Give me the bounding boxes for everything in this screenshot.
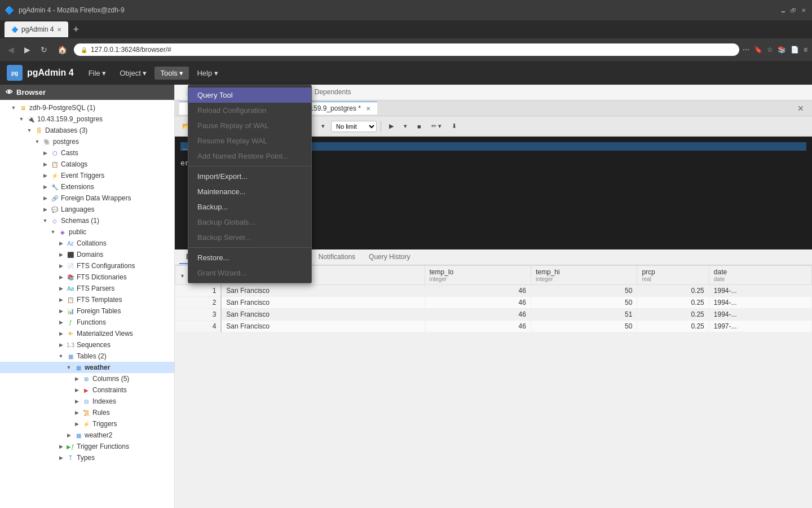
tree-item-indexes[interactable]: ▶ ⊟ Indexes <box>0 396 174 407</box>
expand-icon[interactable]: ▶ <box>58 251 64 258</box>
expand-icon[interactable]: ▶ <box>58 285 64 292</box>
tree-item-collations[interactable]: ▶ Az Collations <box>0 238 174 249</box>
limit-select[interactable]: No limit 1000 rows 500 rows 100 rows <box>331 121 377 132</box>
menu-file[interactable]: File ▾ <box>83 67 112 80</box>
tree-item-fdw[interactable]: ▶ 🔗 Foreign Data Wrappers <box>0 192 174 204</box>
menu-item-maintenance[interactable]: Maintenance... <box>188 184 311 199</box>
star-icon[interactable]: ☆ <box>767 46 773 54</box>
menu-help[interactable]: Help ▾ <box>191 67 223 80</box>
sidebar-toggle[interactable]: 📚 <box>778 46 786 54</box>
home-button[interactable]: 🏠 <box>54 44 70 55</box>
expand-icon[interactable]: ▶ <box>42 161 48 168</box>
tree-item-sequences[interactable]: ▶ 1.3 Sequences <box>0 339 174 351</box>
new-tab-button[interactable]: + <box>68 24 83 36</box>
tree-item-eventtriggers[interactable]: ▶ ⚡ Event Triggers <box>0 170 174 181</box>
col-header-prcp[interactable]: prcpreal <box>637 266 709 285</box>
expand-icon[interactable]: ▶ <box>73 375 80 382</box>
filter-options-button[interactable]: ▾ <box>317 120 329 132</box>
menu-button[interactable]: ≡ <box>804 46 807 54</box>
expand-icon[interactable]: ▶ <box>58 296 64 303</box>
tree-item-weather[interactable]: ▼ ▦ weather <box>0 362 174 373</box>
tree-item-fts-dict[interactable]: ▶ 📚 FTS Dictionaries <box>0 271 174 283</box>
tree-item-extensions[interactable]: ▶ 🔧 Extensions <box>0 181 174 192</box>
expand-icon[interactable]: ▶ <box>42 195 48 202</box>
expand-icon[interactable]: ▶ <box>42 183 48 190</box>
expand-icon[interactable]: ▼ <box>58 353 64 360</box>
menu-tools[interactable]: Tools ▾ <box>155 67 189 80</box>
forward-button[interactable]: ▶ <box>21 44 34 55</box>
expand-icon[interactable]: ▶ <box>58 443 64 450</box>
tree-item-host[interactable]: ▼ 🔌 10.43.159.9_postgres <box>0 113 174 125</box>
query-tab-close[interactable]: ✕ <box>366 106 370 112</box>
menu-item-backup[interactable]: Backup... <box>188 199 311 214</box>
tree-item-constraints[interactable]: ▶ ▶ Constraints <box>0 384 174 396</box>
tree-item-fts-config[interactable]: ▶ 📄 FTS Configurations <box>0 260 174 271</box>
results-tab-history[interactable]: Query History <box>362 251 417 264</box>
run-options-button[interactable]: ▾ <box>400 120 411 132</box>
results-tab-notifications[interactable]: Notifications <box>312 251 362 264</box>
tree-item-weather2[interactable]: ▶ ▦ weather2 <box>0 430 174 441</box>
expand-icon[interactable]: ▶ <box>58 274 64 281</box>
menu-item-query-tool[interactable]: Query Tool <box>188 87 311 103</box>
minimize-button[interactable]: 🗕 <box>779 6 787 14</box>
tree-item-fts-templates[interactable]: ▶ 📋 FTS Templates <box>0 294 174 305</box>
expand-icon[interactable]: ▶ <box>58 319 64 326</box>
tree-item-rules[interactable]: ▶ 📜 Rules <box>0 407 174 418</box>
run-button[interactable]: ▶ <box>385 120 398 132</box>
bookmark-icon[interactable]: 🔖 <box>754 46 762 54</box>
expand-icon[interactable]: ▶ <box>73 398 80 405</box>
expand-icon[interactable]: ▼ <box>42 217 48 224</box>
url-bar[interactable]: 🔒 127.0.0.1:36248/browser/# <box>74 43 739 56</box>
expand-icon[interactable]: ▶ <box>42 150 48 156</box>
tree-item-columns[interactable]: ▶ ⊞ Columns (5) <box>0 373 174 384</box>
expand-icon[interactable]: ▼ <box>34 138 41 145</box>
reader-view[interactable]: 📄 <box>791 46 799 54</box>
expand-icon[interactable]: ▶ <box>58 262 64 269</box>
expand-icon[interactable]: ▶ <box>65 432 72 439</box>
tree-item-fts-parsers[interactable]: ▶ Aa FTS Parsers <box>0 283 174 294</box>
expand-icon[interactable]: ▶ <box>58 454 64 461</box>
browser-tab[interactable]: 🔷 pgAdmin 4 ✕ <box>5 21 68 37</box>
tree-item-functions[interactable]: ▶ ƒ Functions <box>0 317 174 328</box>
tree-item-public[interactable]: ▼ ◈ public <box>0 226 174 238</box>
tree-item-server[interactable]: ▼ 🖥 zdh-9-PostgreSQL (1) <box>0 102 174 113</box>
menu-item-import-export[interactable]: Import/Export... <box>188 169 311 184</box>
menu-item-restore[interactable]: Restore... <box>188 250 311 265</box>
expand-icon[interactable]: ▶ <box>73 387 80 393</box>
col-header-temp-hi[interactable]: temp_hiinteger <box>531 266 637 285</box>
reload-button[interactable]: ↻ <box>37 44 51 55</box>
tree-item-databases[interactable]: ▼ 🗄 Databases (3) <box>0 125 174 136</box>
explain-button[interactable]: ✏ ▾ <box>427 120 445 132</box>
close-tab-button[interactable]: ✕ <box>57 27 61 33</box>
stop-button[interactable]: ■ <box>413 121 425 132</box>
expand-icon[interactable]: ▼ <box>18 116 25 122</box>
menu-object[interactable]: Object ▾ <box>114 67 152 80</box>
tree-item-postgres[interactable]: ▼ 🐘 postgres <box>0 136 174 147</box>
tree-item-tables[interactable]: ▼ ▦ Tables (2) <box>0 351 174 362</box>
expand-icon[interactable]: ▶ <box>58 330 64 337</box>
commit-button[interactable]: ⬇ <box>448 120 461 132</box>
expand-icon[interactable]: ▶ <box>73 421 80 427</box>
expand-icon[interactable]: ▶ <box>58 308 64 314</box>
expand-icon[interactable]: ▶ <box>58 341 64 348</box>
expand-icon[interactable]: ▶ <box>73 409 80 416</box>
tree-item-types[interactable]: ▶ T Types <box>0 452 174 463</box>
tree-item-trigger-fn[interactable]: ▶ ▶ƒ Trigger Functions <box>0 441 174 452</box>
tree-item-foreign-tables[interactable]: ▶ 📊 Foreign Tables <box>0 305 174 317</box>
extensions-icon[interactable]: ⋯ <box>743 46 749 54</box>
expand-icon[interactable]: ▼ <box>10 104 17 111</box>
tree-item-languages[interactable]: ▶ 💬 Languages <box>0 204 174 215</box>
tree-item-mat-views[interactable]: ▶ 👁 Materialized Views <box>0 328 174 339</box>
tree-item-casts[interactable]: ▶ ⬡ Casts <box>0 147 174 159</box>
expand-icon[interactable]: ▼ <box>26 127 33 134</box>
expand-icon[interactable]: ▶ <box>42 172 48 179</box>
maximize-button[interactable]: 🗗 <box>789 6 797 14</box>
close-panel-button[interactable]: ✕ <box>794 104 807 113</box>
col-header-temp-lo[interactable]: temp_lointeger <box>425 266 531 285</box>
tree-item-schemas[interactable]: ▼ ◇ Schemas (1) <box>0 215 174 226</box>
back-button[interactable]: ◀ <box>5 44 17 55</box>
tree-item-domains[interactable]: ▶ ⬛ Domains <box>0 249 174 260</box>
expand-icon[interactable]: ▶ <box>42 206 48 213</box>
tree-item-catalogs[interactable]: ▶ 📋 Catalogs <box>0 159 174 170</box>
expand-icon[interactable]: ▶ <box>58 240 64 247</box>
